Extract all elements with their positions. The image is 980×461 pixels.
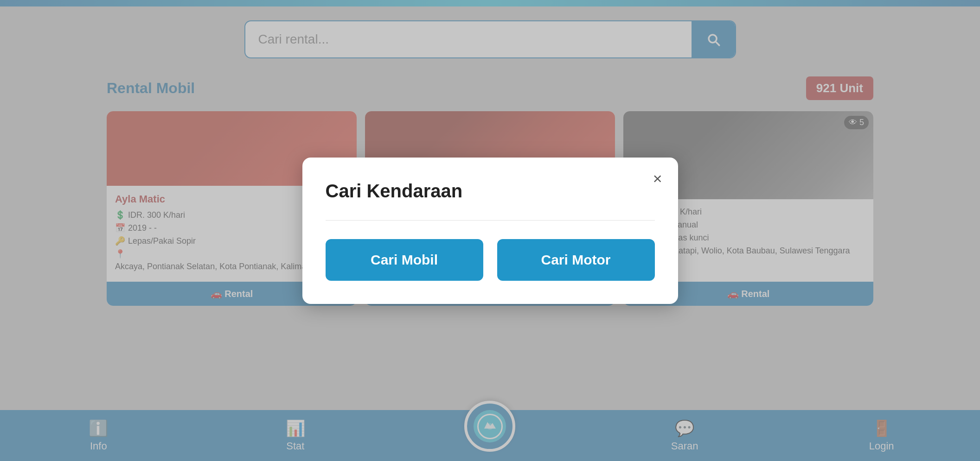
cari-mobil-button[interactable]: Cari Mobil	[326, 239, 483, 281]
modal-overlay[interactable]: Cari Kendaraan × Cari Mobil Cari Motor	[0, 0, 980, 461]
modal-dialog: Cari Kendaraan × Cari Mobil Cari Motor	[302, 158, 678, 304]
modal-divider	[326, 220, 655, 221]
modal-buttons: Cari Mobil Cari Motor	[326, 239, 655, 281]
modal-title: Cari Kendaraan	[326, 181, 655, 202]
cari-motor-button[interactable]: Cari Motor	[497, 239, 655, 281]
modal-close-button[interactable]: ×	[653, 171, 662, 186]
